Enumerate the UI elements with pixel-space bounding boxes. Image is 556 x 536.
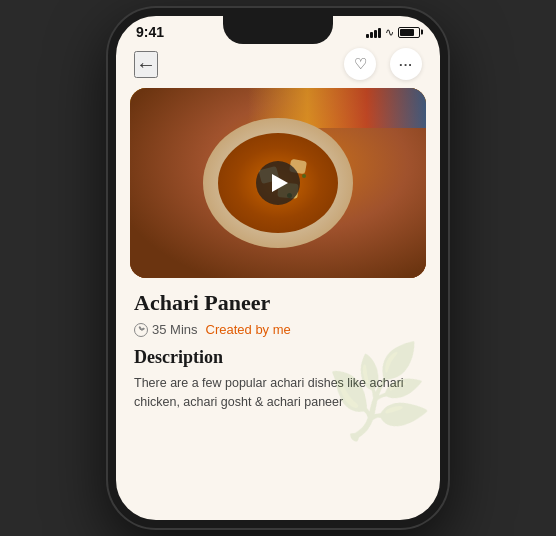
play-button[interactable] [256,161,300,205]
cook-time: 35 Mins [152,322,198,337]
time-badge: 35 Mins [134,322,198,337]
nav-actions: ♡ ··· [344,48,422,80]
status-icons: ∿ [366,26,420,39]
recipe-title: Achari Paneer [134,290,422,316]
more-icon: ··· [399,57,413,72]
description-heading: Description [134,347,422,368]
nav-bar: ← ♡ ··· [116,40,440,88]
signal-icon [366,26,381,38]
heart-icon: ♡ [354,55,367,73]
food-image [130,88,426,278]
back-button[interactable]: ← [134,51,158,78]
description-text: There are a few popular achari dishes li… [134,374,422,412]
wifi-icon: ∿ [385,26,394,39]
recipe-content: Achari Paneer 35 Mins Created by me Desc… [116,278,440,412]
favorite-button[interactable]: ♡ [344,48,376,80]
clock-icon [134,323,148,337]
creator-tag: Created by me [206,322,291,337]
status-time: 9:41 [136,24,164,40]
meta-row: 35 Mins Created by me [134,322,422,337]
more-button[interactable]: ··· [390,48,422,80]
play-icon [272,174,288,192]
battery-icon [398,27,420,38]
phone-frame: 9:41 ∿ ← ♡ ··· [108,8,448,528]
notch [223,16,333,44]
